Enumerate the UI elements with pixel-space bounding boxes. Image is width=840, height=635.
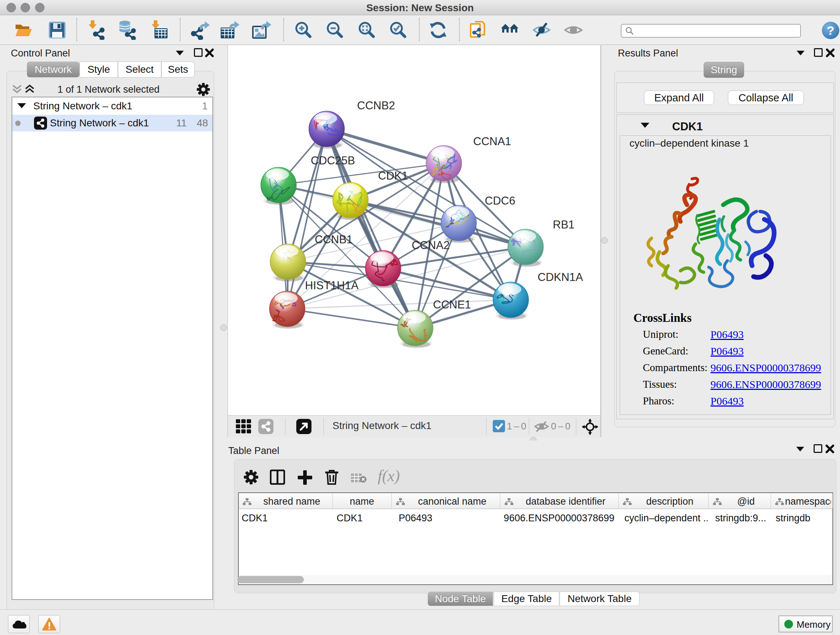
svg-text:CCNA2: CCNA2 — [412, 239, 450, 252]
svg-text:CCNB1: CCNB1 — [315, 233, 353, 246]
svg-text:CDKN1A: CDKN1A — [538, 271, 583, 283]
svg-text:CDC25B: CDC25B — [311, 154, 355, 167]
svg-text:CCNA1: CCNA1 — [473, 135, 511, 148]
svg-text:CCNE1: CCNE1 — [433, 298, 471, 311]
svg-text:CDC6: CDC6 — [485, 195, 515, 207]
svg-text:HIST1H1A: HIST1H1A — [305, 279, 358, 292]
svg-text:CDK1: CDK1 — [378, 169, 408, 182]
svg-text:CCNB2: CCNB2 — [357, 99, 395, 112]
svg-text:RB1: RB1 — [553, 218, 575, 231]
